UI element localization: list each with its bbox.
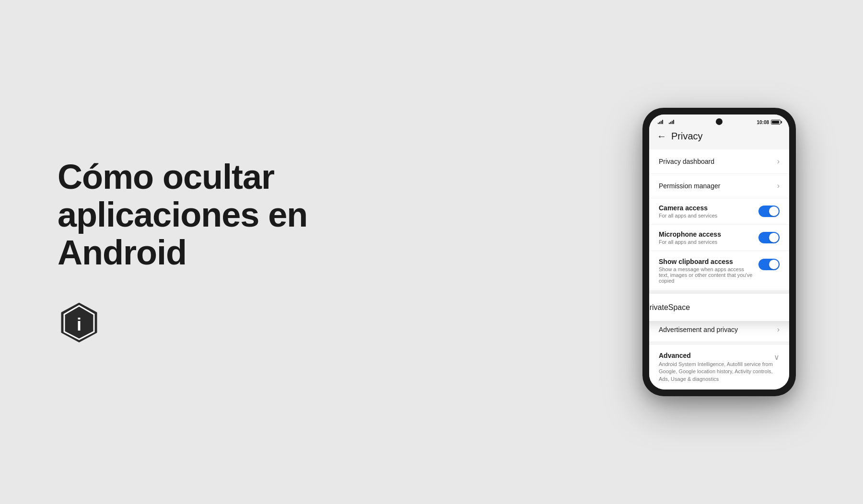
clipboard-access-sublabel: Show a message when apps access text, im… [659,266,753,284]
advanced-item[interactable]: Advanced Android System Intelligence, Au… [649,345,789,389]
clipboard-access-toggle[interactable] [758,259,780,270]
advanced-subtitle: Android System Intelligence, Autofill se… [659,361,774,383]
left-content-section: Cómo ocultar aplicaciones en Android i [58,158,393,346]
microphone-access-toggle[interactable] [758,232,780,243]
camera-access-toggle[interactable] [758,206,780,217]
clipboard-access-item[interactable]: Show clipboard access Show a message whe… [649,251,789,291]
private-space-label: PrivateSpace [649,303,690,311]
privacy-dashboard-chevron: › [777,157,780,166]
camera-access-text: Camera access For all apps and services [659,204,717,218]
clipboard-access-text: Show clipboard access Show a message whe… [659,258,758,284]
microphone-access-sublabel: For all apps and services [659,239,721,245]
privacy-dashboard-item[interactable]: Privacy dashboard › [649,149,789,174]
back-button[interactable]: ← [657,131,666,142]
phone-screen: 10:08 ← Privacy Privacy dashboard › [649,115,789,389]
battery-icon [771,120,781,125]
advanced-item-left: Advanced Android System Intelligence, Au… [659,352,774,383]
clipboard-access-label: Show clipboard access [659,258,753,265]
advertisement-privacy-item[interactable]: Advertisement and privacy › [649,318,789,342]
permission-manager-item[interactable]: Permission manager › [649,174,789,198]
app-bar: ← Privacy [649,127,789,147]
status-bar: 10:08 [649,115,789,127]
privacy-dashboard-label: Privacy dashboard [659,158,714,165]
permission-manager-label: Permission manager [659,182,720,190]
phone-body: 10:08 ← Privacy Privacy dashboard › [642,108,796,396]
signal-indicator [658,119,674,125]
privacy-menu: Privacy dashboard › Permission manager ›… [649,149,789,291]
phone-mockup: 10:08 ← Privacy Privacy dashboard › [642,108,805,396]
clock: 10:08 [757,119,769,125]
camera-access-item[interactable]: Camera access For all apps and services [649,198,789,225]
camera-notch [716,118,723,125]
screen-title: Privacy [671,131,703,142]
brand-logo-icon: i [58,301,101,344]
microphone-access-text: Microphone access For all apps and servi… [659,230,721,245]
permission-manager-chevron: › [777,182,780,190]
microphone-access-label: Microphone access [659,230,721,238]
svg-text:i: i [77,315,82,334]
camera-access-sublabel: For all apps and services [659,213,717,218]
private-space-popup[interactable]: PrivateSpace › [649,294,789,321]
advertisement-privacy-label: Advertisement and privacy [659,326,738,333]
page-main-title: Cómo ocultar aplicaciones en Android [58,158,393,272]
camera-access-label: Camera access [659,204,717,212]
advertisement-privacy-chevron: › [777,325,780,334]
status-bar-right: 10:08 [757,119,781,125]
microphone-access-item[interactable]: Microphone access For all apps and servi… [649,225,789,251]
advanced-expand-icon: ∨ [774,353,780,362]
advanced-title: Advanced [659,352,774,359]
